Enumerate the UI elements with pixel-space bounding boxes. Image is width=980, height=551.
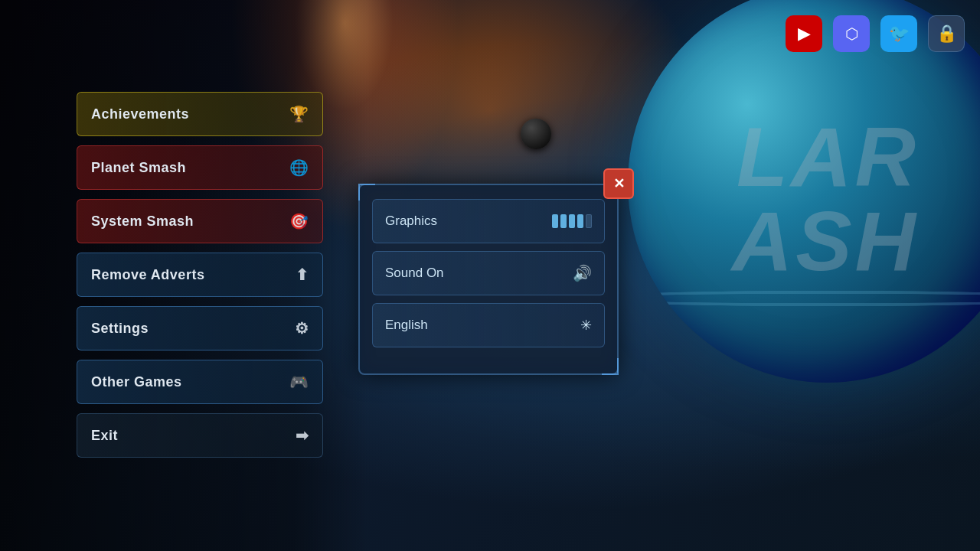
language-icon: ✳ xyxy=(580,317,592,334)
lock-icon: 🔒 xyxy=(936,24,957,44)
graphics-bars xyxy=(552,214,592,228)
social-bar: ▶ ⬡ 🐦 🔒 xyxy=(786,15,965,52)
youtube-icon: ▶ xyxy=(798,24,811,44)
bar-1 xyxy=(552,214,558,228)
bar-3 xyxy=(569,214,575,228)
language-label: English xyxy=(385,318,428,333)
exit-icon: ➡ xyxy=(296,426,309,445)
bar-2 xyxy=(560,214,567,228)
exit-label: Exit xyxy=(91,428,118,444)
remove-adverts-button[interactable]: Remove Adverts ⬆ xyxy=(77,253,323,297)
game-title-line1: LAR xyxy=(732,115,919,199)
gamepad-icon: 🎮 xyxy=(289,373,309,391)
planet-rings xyxy=(628,291,980,307)
settings-button[interactable]: Settings ⚙ xyxy=(77,306,323,350)
sound-row[interactable]: Sound On 🔊 xyxy=(372,251,605,295)
settings-dialog: ✕ Graphics Sound On 🔊 English ✳ xyxy=(358,184,619,375)
game-title-line2: ASH xyxy=(732,199,919,283)
sound-label: Sound On xyxy=(385,266,444,281)
other-games-label: Other Games xyxy=(91,374,182,390)
system-smash-button[interactable]: System Smash 🎯 xyxy=(77,199,323,243)
achievements-button[interactable]: Achievements 🏆 xyxy=(77,92,323,136)
language-row[interactable]: English ✳ xyxy=(372,303,605,347)
system-smash-label: System Smash xyxy=(91,214,194,230)
bar-4 xyxy=(577,214,583,228)
twitter-icon: 🐦 xyxy=(889,24,910,44)
planet-smash-label: Planet Smash xyxy=(91,160,186,176)
bar-5 xyxy=(586,214,592,228)
game-title: LAR ASH xyxy=(732,115,919,283)
globe-icon: 🌐 xyxy=(289,158,309,177)
target-icon: 🎯 xyxy=(289,212,309,230)
trophy-icon: 🏆 xyxy=(289,105,309,123)
menu-sidebar: Achievements 🏆 Planet Smash 🌐 System Sma… xyxy=(77,92,323,458)
exit-button[interactable]: Exit ➡ xyxy=(77,413,323,458)
speaker-icon: 🔊 xyxy=(573,264,592,282)
planet-smash-button[interactable]: Planet Smash 🌐 xyxy=(77,145,323,190)
settings-label: Settings xyxy=(91,321,149,337)
discord-icon: ⬡ xyxy=(845,24,858,43)
graphics-row[interactable]: Graphics xyxy=(372,199,605,243)
close-icon: ✕ xyxy=(613,175,625,192)
privacy-button[interactable]: 🔒 xyxy=(928,15,965,52)
black-ball xyxy=(521,119,551,149)
upload-icon: ⬆ xyxy=(296,266,309,284)
achievements-label: Achievements xyxy=(91,106,189,122)
twitter-button[interactable]: 🐦 xyxy=(880,15,917,52)
graphics-label: Graphics xyxy=(385,214,437,229)
youtube-button[interactable]: ▶ xyxy=(786,15,822,52)
other-games-button[interactable]: Other Games 🎮 xyxy=(77,360,323,404)
gear-icon: ⚙ xyxy=(295,319,309,337)
discord-button[interactable]: ⬡ xyxy=(833,15,870,52)
remove-adverts-label: Remove Adverts xyxy=(91,267,204,283)
close-button[interactable]: ✕ xyxy=(603,168,634,199)
